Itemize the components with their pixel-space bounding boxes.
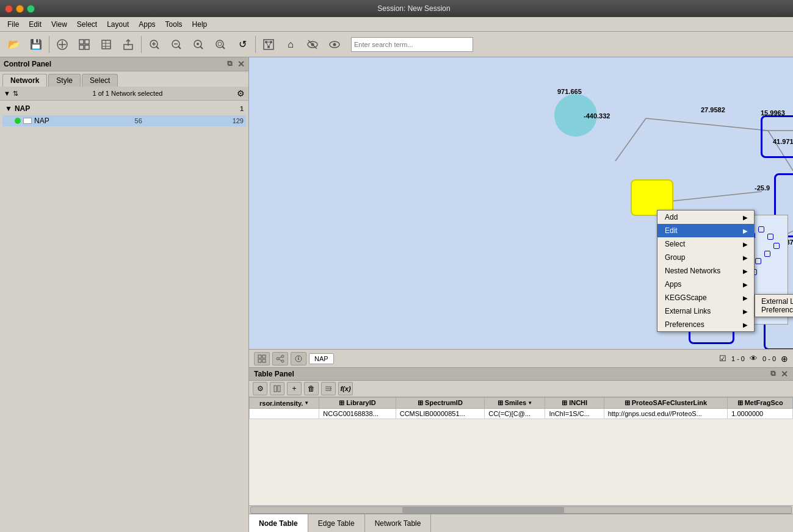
ctx-external-links[interactable]: External Links ▶ (657, 304, 754, 318)
table-panel-title: Table Panel (254, 370, 294, 378)
ctx-nested-networks[interactable]: Nested Networks ▶ (657, 264, 754, 278)
label-15: 15.9963 (761, 109, 785, 117)
table-formula-button[interactable]: f(x) (338, 382, 353, 395)
zoom-fit-button[interactable] (188, 34, 209, 55)
network-canvas[interactable]: 971.665 -440.332 27.9582 15.9963 41.9713… (249, 57, 793, 349)
float-table-panel-button[interactable]: ⧉ (770, 369, 776, 379)
control-panel-header: Control Panel ⧉ ✕ (0, 57, 248, 71)
node-blue-1[interactable] (761, 115, 793, 158)
minimize-button[interactable] (16, 5, 24, 13)
svg-rect-64 (274, 386, 277, 392)
col-metfrag-label: MetFragSco (745, 399, 783, 406)
collapse-arrow[interactable]: ▼ (4, 90, 10, 97)
ctx-select-arrow: ▶ (743, 241, 748, 248)
import-table-button[interactable] (96, 34, 117, 55)
svg-line-22 (200, 46, 203, 49)
mm-node-13 (767, 234, 773, 240)
table-scroll-area[interactable]: rsor.intensity. ▼ ⊞ LibraryID (249, 397, 793, 505)
ctx-select[interactable]: Select ▶ (657, 237, 754, 251)
expand-all-icon[interactable]: ⇅ (13, 90, 18, 98)
table-scrollbar[interactable] (249, 505, 793, 514)
table-settings-button[interactable]: ⚙ (253, 382, 267, 395)
close-button[interactable] (5, 5, 13, 13)
menu-select[interactable]: Select (72, 19, 102, 30)
tab-select[interactable]: Select (82, 74, 118, 87)
col-intensity[interactable]: rsor.intensity. ▼ (250, 398, 319, 409)
grid-view-button[interactable] (254, 352, 270, 365)
zoom-selected-button[interactable] (210, 34, 231, 55)
close-panel-button[interactable]: ✕ (237, 59, 245, 69)
open-button[interactable]: 📂 (4, 34, 24, 55)
toolbar-sep-1 (49, 36, 49, 53)
share-button[interactable] (272, 352, 288, 365)
save-button[interactable]: 💾 (26, 34, 46, 55)
menu-layout[interactable]: Layout (102, 19, 134, 30)
ctx-preferences[interactable]: Preferences ▶ (657, 318, 754, 331)
show-button[interactable] (324, 34, 345, 55)
table-row[interactable]: NCGC00168838... CCMSLIB00000851... CC(=C… (250, 409, 793, 419)
hide-button[interactable] (302, 34, 323, 55)
svg-line-31 (266, 42, 269, 47)
table-columns-button[interactable] (270, 382, 284, 395)
tab-style[interactable]: Style (48, 74, 81, 87)
svg-rect-53 (263, 355, 266, 358)
tab-network-table[interactable]: Network Table (365, 514, 432, 532)
table-map-button[interactable] (321, 382, 336, 395)
col-proteosafe-icon: ⊞ (625, 399, 630, 406)
search-input[interactable] (351, 37, 473, 52)
col-metfrag[interactable]: ⊞ MetFragSco (728, 398, 793, 409)
window-controls[interactable] (5, 5, 35, 13)
menu-apps[interactable]: Apps (134, 19, 160, 30)
tab-network[interactable]: Network (2, 74, 47, 87)
hidden-icon: 👁 (750, 354, 758, 363)
network-tab-name[interactable]: NAP (309, 353, 334, 364)
svg-line-19 (178, 46, 181, 49)
close-table-panel-button[interactable]: ✕ (781, 369, 788, 379)
network-settings-icon[interactable]: ⚙ (237, 88, 245, 98)
ctx-group[interactable]: Group ▶ (657, 251, 754, 264)
refresh-button[interactable]: ↺ (232, 34, 253, 55)
menu-help[interactable]: Help (187, 19, 212, 30)
menu-view[interactable]: View (46, 19, 72, 30)
col-smiles[interactable]: ⊞ Smiles ▼ (485, 398, 545, 409)
ctx-external-links-arrow: ▶ (743, 308, 748, 315)
col-proteosafe[interactable]: ⊞ ProteoSAFeClusterLink (604, 398, 728, 409)
ctx-apps[interactable]: Apps ▶ (657, 278, 754, 291)
ctx-preferences-arrow: ▶ (743, 322, 748, 328)
svg-line-16 (156, 46, 159, 49)
new-network-button[interactable] (74, 34, 95, 55)
ctx-add[interactable]: Add ▶ (657, 210, 754, 224)
col-inchi[interactable]: ⊞ INCHI (545, 398, 604, 409)
network-root-nap[interactable]: ▼ NAP 1 (2, 103, 246, 114)
export-button[interactable] (118, 34, 139, 55)
tab-node-table[interactable]: Node Table (249, 514, 308, 532)
menu-file[interactable]: File (2, 19, 24, 30)
zoom-in-button[interactable] (144, 34, 165, 55)
cell-metfrag: 1.0000000 (728, 409, 793, 419)
details-button[interactable] (291, 352, 306, 365)
submenu-item-external-links-preferences[interactable]: External Links Preferences (755, 295, 793, 317)
ctx-edit[interactable]: Edit ▶ (657, 224, 754, 237)
float-panel-button[interactable]: ⧉ (227, 59, 233, 69)
table-add-row-button[interactable]: + (287, 382, 302, 395)
table-delete-button[interactable]: 🗑 (304, 382, 319, 395)
ctx-add-arrow: ▶ (743, 214, 748, 221)
toolbar: 📂 💾 ↺ ⌂ (0, 32, 793, 57)
maximize-button[interactable] (27, 5, 35, 13)
tab-edge-table[interactable]: Edge Table (308, 514, 365, 532)
network-leaf-nap[interactable]: NAP 56 129 (2, 115, 246, 126)
expand-icon[interactable]: ⊕ (781, 354, 788, 364)
selected-checkbox-icon: ☑ (719, 354, 726, 363)
ctx-keggscape[interactable]: KEGGScape ▶ (657, 291, 754, 304)
col-libraryid[interactable]: ⊞ LibraryID (319, 398, 396, 409)
zoom-out-button[interactable] (166, 34, 187, 55)
cell-libraryid: NCGC00168838... (319, 409, 396, 419)
svg-rect-55 (263, 359, 266, 362)
menu-tools[interactable]: Tools (161, 19, 187, 30)
col-spectrumid[interactable]: ⊞ SpectrumID (396, 398, 484, 409)
menu-edit[interactable]: Edit (24, 19, 46, 30)
home-button[interactable]: ⌂ (280, 34, 301, 55)
network-root-label: NAP (15, 104, 30, 113)
network-overview-button[interactable] (258, 34, 279, 55)
import-network-button[interactable] (52, 34, 73, 55)
